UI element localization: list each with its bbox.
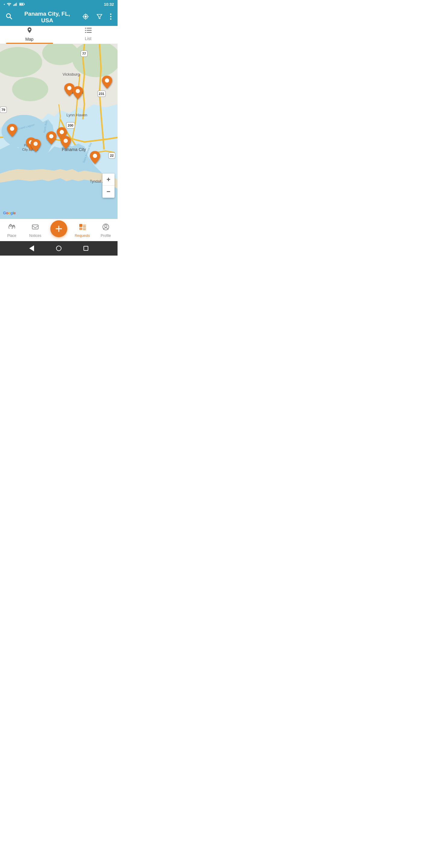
svg-point-20 [29, 29, 30, 30]
svg-point-18 [110, 16, 111, 17]
svg-point-31 [12, 77, 48, 101]
nav-place-label: Place [7, 234, 16, 238]
more-button[interactable] [108, 12, 113, 23]
city-name: Panama City, FL, USA [18, 10, 77, 24]
nav-notices-label: Notices [29, 234, 41, 238]
svg-rect-3 [16, 3, 16, 6]
svg-rect-4 [16, 3, 17, 6]
tab-list-label: List [85, 36, 92, 41]
recents-button[interactable] [81, 244, 91, 253]
svg-rect-67 [32, 225, 38, 229]
view-tabs: Map List [0, 26, 118, 44]
svg-point-10 [84, 16, 87, 18]
filter-button[interactable] [94, 12, 104, 23]
status-bar: ▪ 10:32 [0, 0, 118, 8]
svg-marker-16 [97, 14, 102, 19]
zoom-out-button[interactable]: − [102, 186, 115, 198]
back-button[interactable] [27, 244, 36, 253]
zoom-in-button[interactable]: + [102, 174, 115, 186]
location-button[interactable] [81, 12, 91, 23]
svg-rect-70 [79, 224, 82, 227]
svg-rect-22 [87, 28, 92, 29]
signal-icon [13, 2, 18, 6]
svg-point-56 [67, 86, 71, 90]
svg-point-61 [64, 138, 68, 143]
tab-map[interactable]: Map [0, 26, 59, 44]
nav-requests-label: Requests [75, 234, 90, 238]
svg-rect-1 [13, 4, 14, 6]
svg-rect-21 [85, 28, 86, 29]
tab-map-label: Map [25, 37, 33, 41]
svg-rect-2 [14, 4, 15, 6]
app-bar: Panama City, FL, USA [0, 8, 118, 26]
list-tab-icon [85, 27, 92, 35]
nav-profile-label: Profile [101, 234, 111, 238]
android-nav-bar [0, 241, 118, 255]
nav-requests[interactable]: Requests [70, 220, 94, 240]
svg-point-59 [60, 130, 64, 134]
status-time: 10:32 [104, 2, 114, 7]
sim-indicator: ▪ [4, 2, 5, 6]
svg-point-0 [9, 5, 9, 6]
tab-list[interactable]: List [59, 26, 118, 44]
svg-rect-24 [87, 30, 92, 31]
nav-add-button[interactable] [50, 220, 67, 237]
battery-icon [19, 2, 25, 6]
home-button[interactable] [54, 244, 64, 253]
svg-text:Lynn Haven: Lynn Haven [67, 113, 87, 117]
svg-rect-7 [24, 4, 25, 5]
svg-point-55 [105, 79, 109, 83]
svg-point-77 [104, 225, 107, 227]
svg-text:79: 79 [1, 108, 5, 112]
requests-nav-icon [78, 223, 87, 232]
svg-text:231: 231 [99, 92, 104, 96]
svg-point-63 [33, 142, 38, 146]
svg-rect-71 [79, 227, 82, 230]
svg-point-57 [76, 89, 80, 93]
nav-place[interactable]: Place [0, 220, 24, 240]
svg-point-17 [110, 13, 111, 14]
map-tab-icon [26, 27, 33, 36]
svg-rect-23 [85, 30, 86, 31]
svg-text:22: 22 [110, 154, 114, 157]
bottom-navigation: Place Notices [0, 219, 118, 241]
svg-text:200: 200 [68, 124, 73, 127]
svg-rect-26 [87, 32, 92, 33]
svg-rect-25 [85, 32, 86, 33]
nav-notices[interactable]: Notices [24, 220, 47, 240]
svg-point-64 [93, 154, 97, 158]
place-nav-icon [7, 223, 16, 232]
svg-point-58 [10, 127, 14, 131]
svg-text:Vicksburg: Vicksburg [63, 72, 80, 76]
google-logo: Google [3, 211, 16, 215]
svg-point-19 [110, 18, 111, 19]
profile-nav-icon [101, 223, 110, 232]
nav-profile[interactable]: Profile [94, 220, 118, 240]
notices-nav-icon [31, 223, 39, 232]
svg-line-9 [10, 17, 12, 19]
map-view[interactable]: 77 79 231 98 200 22 Vicksburg Southport … [0, 44, 118, 219]
search-button[interactable] [4, 11, 14, 23]
svg-point-60 [49, 134, 53, 138]
svg-text:77: 77 [82, 52, 86, 56]
zoom-controls: + − [102, 174, 115, 198]
wifi-icon [7, 2, 11, 6]
